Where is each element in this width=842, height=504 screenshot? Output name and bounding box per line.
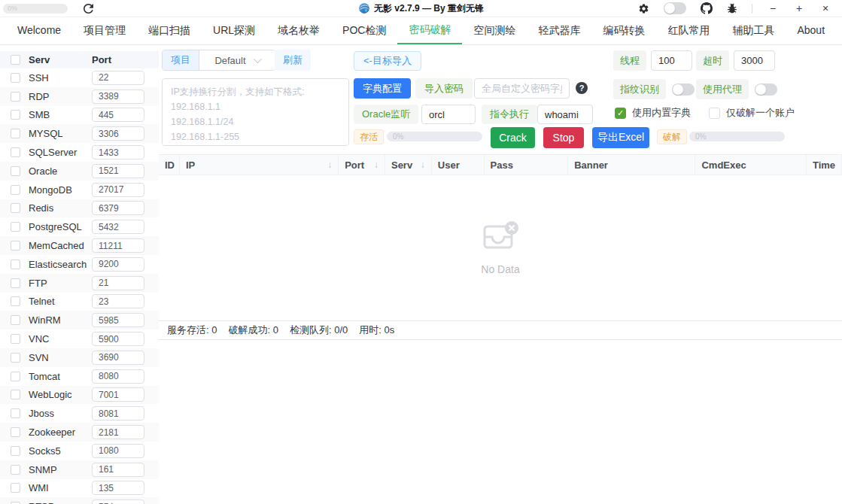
target-ip-textarea[interactable] [162,78,349,146]
tab-轻武器库[interactable]: 轻武器库 [527,17,591,44]
tab-编码转换[interactable]: 编码转换 [591,17,656,44]
target-import-button[interactable]: <-目标导入 [354,51,421,71]
service-port-input[interactable] [92,351,144,365]
close-button[interactable]: × [819,1,831,16]
sort-descending-icon[interactable]: ↓ [421,159,425,170]
service-port-input[interactable] [92,71,144,85]
service-checkbox[interactable] [11,296,20,306]
column-header-ip[interactable]: IP↓ [180,155,339,175]
tab-端口扫描[interactable]: 端口扫描 [137,17,202,44]
proxy-toggle[interactable] [755,83,777,96]
service-checkbox[interactable] [11,465,20,475]
single-account-checkbox[interactable] [709,108,720,119]
single-account-checkbox-row[interactable]: 仅破解一个账户 [709,106,795,120]
column-header-serv[interactable]: Serv↓ [385,155,432,175]
service-checkbox[interactable] [11,334,20,344]
reload-icon[interactable] [84,4,93,14]
tab-Welcome[interactable]: Welcome [6,17,72,44]
service-checkbox[interactable] [11,372,20,381]
tab-红队常用[interactable]: 红队常用 [656,17,721,44]
service-port-input[interactable] [92,164,144,178]
builtin-dict-checkbox[interactable]: ✓ [615,108,626,119]
service-checkbox[interactable] [11,260,20,269]
tab-密码破解[interactable]: 密码破解 [397,17,462,44]
service-checkbox[interactable] [11,147,20,157]
dict-config-button[interactable]: 字典配置 [354,78,411,99]
service-port-input[interactable] [92,126,144,141]
service-checkbox[interactable] [11,92,20,102]
service-port-input[interactable] [92,238,144,253]
minimize-button[interactable]: − [767,1,779,16]
oracle-listen-button[interactable]: Oracle监听 [354,105,418,124]
service-port-input[interactable] [92,90,144,104]
builtin-dict-checkbox-row[interactable]: ✓ 使用内置字典 [615,106,691,120]
service-port-input[interactable] [92,387,144,402]
threads-input[interactable] [651,50,692,71]
service-port-input[interactable] [92,425,144,439]
crack-button[interactable]: Crack [491,127,535,148]
service-port-input[interactable] [92,201,144,215]
service-port-input[interactable] [92,406,144,421]
sort-descending-icon[interactable]: ↓ [327,159,332,170]
github-icon[interactable] [701,2,713,14]
tab-About[interactable]: About [786,17,836,44]
service-port-input[interactable] [92,444,144,458]
fingerprint-toggle[interactable] [672,83,695,96]
service-checkbox[interactable] [11,110,20,120]
service-checkbox[interactable] [11,73,20,83]
column-header-port[interactable]: Port↓ [339,155,385,175]
service-port-input[interactable] [92,257,144,272]
service-port-input[interactable] [92,332,144,346]
service-port-input[interactable] [92,463,144,477]
service-checkbox[interactable] [11,241,20,250]
service-port-input[interactable] [92,183,144,197]
service-name: SSH [29,72,92,83]
sort-descending-icon[interactable]: ↓ [374,159,378,170]
service-checkbox[interactable] [11,185,20,195]
service-checkbox[interactable] [11,129,20,138]
service-port-input[interactable] [92,276,144,290]
port-column-header: Port [92,54,111,65]
service-checkbox[interactable] [11,222,20,232]
refresh-button[interactable]: 刷新 [275,50,311,71]
maximize-button[interactable]: + [793,1,805,16]
service-port-input[interactable] [92,220,144,234]
service-checkbox[interactable] [11,408,20,418]
service-port-input[interactable] [92,145,144,159]
select-all-checkbox[interactable] [11,55,20,65]
service-checkbox[interactable] [11,315,20,325]
settings-gear-icon[interactable] [638,3,649,14]
service-checkbox[interactable] [11,427,20,437]
service-port-input[interactable] [92,499,144,504]
service-port-input[interactable] [92,369,144,384]
oracle-sid-input[interactable] [421,105,476,124]
tab-项目管理[interactable]: 项目管理 [72,17,137,44]
service-checkbox[interactable] [11,483,20,493]
tab-域名枚举[interactable]: 域名枚举 [266,17,331,44]
service-port-input[interactable] [92,313,144,327]
help-icon[interactable]: ? [576,82,588,94]
project-select[interactable]: Default [199,50,275,70]
stop-button[interactable]: Stop [543,127,584,148]
service-checkbox[interactable] [11,203,20,213]
bug-report-icon[interactable] [727,3,737,14]
global-dict-input[interactable] [474,78,570,99]
service-port-input[interactable] [92,294,144,308]
tab-空间测绘[interactable]: 空间测绘 [462,17,527,44]
service-port-input[interactable] [92,108,144,122]
service-port-input[interactable] [92,481,144,495]
cmd-exec-button[interactable]: 指令执行 [482,105,537,124]
cmd-input[interactable] [537,105,593,124]
tab-URL探测[interactable]: URL探测 [202,17,266,44]
theme-toggle[interactable] [664,2,686,14]
import-password-button[interactable]: 导入密码 [415,78,473,99]
service-checkbox[interactable] [11,353,20,363]
tab-POC检测[interactable]: POC检测 [331,17,397,44]
export-excel-button[interactable]: 导出Excel [592,127,649,148]
service-checkbox[interactable] [11,278,20,288]
service-checkbox[interactable] [11,166,20,176]
timeout-input[interactable] [734,50,775,71]
tab-辅助工具[interactable]: 辅助工具 [721,17,786,44]
service-checkbox[interactable] [11,446,20,456]
service-checkbox[interactable] [11,390,20,399]
